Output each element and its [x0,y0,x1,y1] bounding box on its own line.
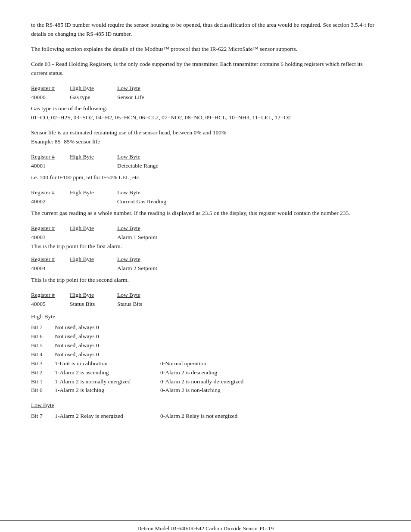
bit-col2: 1-Alarm 2 is ascending [55,368,160,377]
sensorlife-section: Sensor life is an estimated remaining us… [31,128,380,146]
bit-col3 [160,341,272,350]
high-byte-heading: High Byte [31,312,380,321]
high-byte-section: High Byte Bit 7Not used, always 0Bit 6No… [31,312,380,395]
low-1: Detectable Range [117,162,203,171]
gastype-values: 01=CO, 02=H2S, 03=SO2, 04=H2, 05=HCN, 06… [31,113,380,122]
paragraph-3: Code 03 - Read Holding Registers, is the… [31,60,380,78]
bit-col3: 0-Alarm 2 Relay is not energized [160,412,272,421]
bit-col2: Not used, always 0 [55,332,160,341]
reg-0: 40000 [31,93,70,102]
table-1-header-row: Register # High Byte Low Byte [31,152,380,162]
col-reg-header-4: Register # [31,255,70,264]
low-2: Current Gas Reading [117,197,203,206]
table-5: Register # High Byte Low Byte 40005 Stat… [31,291,380,309]
reg-5: 40005 [31,300,70,309]
gastype-label: Gas type is one of the following: [31,104,380,113]
gasreading-note: The current gas reading as a whole numbe… [31,209,380,218]
footer-text: Detcon Model IR-640/IR-642 Carbon Dioxid… [137,525,274,532]
high-5: Status Bits [70,300,117,309]
gastype-section: Gas type is one of the following: 01=CO,… [31,104,380,122]
bit-row: Bit 11-Alarm 2 is normally energized0-Al… [31,377,380,386]
high-1 [70,162,117,171]
bit-col3: 0-Alarm 2 is non-latching [160,386,272,395]
gasreading-note-text: The current gas reading as a whole numbe… [31,210,350,216]
table-0: Register # High Byte Low Byte 40000 Gas … [31,84,380,102]
bit-col2: Not used, always 0 [55,350,160,359]
col-high-header-2: High Byte [70,188,117,197]
table-5-header-row: Register # High Byte Low Byte [31,291,380,300]
col-high-header-4: High Byte [70,255,117,264]
low-3: Alarm 1 Setpoint [117,233,203,242]
table-5-data-row: 40005 Status Bits Status Bits [31,300,380,309]
high-0: Gas type [70,93,117,102]
table-3-data-row: 40003 Alarm 1 Setpoint [31,233,380,242]
sensorlife-example: Example: 85=85% sensor life [31,137,380,146]
table-3: Register # High Byte Low Byte 40003 Alar… [31,224,380,251]
col-high-header-1: High Byte [70,152,117,162]
low-0: Sensor Life [117,93,203,102]
detectable-note: i.e. 100 for 0-100 ppm, 50 for 0-50% LEL… [31,173,380,182]
table-2-data-row: 40002 Current Gas Reading [31,197,380,206]
bit-col2: Not used, always 0 [55,323,160,332]
alarm1-note-text: This is the trip point for the first ala… [31,242,122,251]
alarm2-note: This is the trip point for the second al… [31,276,380,285]
low-5: Status Bits [117,300,203,309]
col-reg-header-2: Register # [31,188,70,197]
col-high-header-0: High Byte [70,84,117,93]
col-low-header-4: Low Byte [117,255,203,264]
bit-row: Bit 5Not used, always 0 [31,341,380,350]
alarm2-note-text: This is the trip point for the second al… [31,277,129,283]
para1-text: to the RS-485 ID number would require th… [31,22,374,37]
bit-row: Bit 4Not used, always 0 [31,350,380,359]
low-byte-heading: Low Byte [31,401,380,410]
bit-label: Bit 2 [31,368,55,377]
col-high-header-5: High Byte [70,291,117,300]
bit-col2: 1-Unit is in calibration [55,359,160,368]
table-3-note-row: This is the trip point for the first ala… [31,242,380,251]
bits-low-table: Bit 71-Alarm 2 Relay is energized0-Alarm… [31,412,380,421]
low-byte-section: Low Byte Bit 71-Alarm 2 Relay is energiz… [31,401,380,421]
table-0-header-row: Register # High Byte Low Byte [31,84,380,93]
bit-label: Bit 1 [31,377,55,386]
reg-2: 40002 [31,197,70,206]
low-4: Alarm 2 Setpoint [117,264,203,273]
bit-label: Bit 7 [31,323,55,332]
paragraph-2: The following section explains the detai… [31,45,380,54]
para2-text: The following section explains the detai… [31,46,297,52]
bit-row: Bit 21-Alarm 2 is ascending0-Alarm 2 is … [31,368,380,377]
detectable-note-text: i.e. 100 for 0-100 ppm, 50 for 0-50% LEL… [31,174,140,180]
table-4-data-row: 40004 Alarm 2 Setpoint [31,264,380,273]
bit-col3: 0-Normal operation [160,359,272,368]
bit-row: Bit 01-Alarm 2 is latching0-Alarm 2 is n… [31,386,380,395]
bit-col2: 1-Alarm 2 is normally energized [55,377,160,386]
bit-col3: 0-Alarm 2 is normally de-energized [160,377,272,386]
bits-high-table: Bit 7Not used, always 0Bit 6Not used, al… [31,323,380,395]
bit-row: Bit 6Not used, always 0 [31,332,380,341]
bit-col2: 1-Alarm 2 Relay is energized [55,412,160,421]
bit-label: Bit 7 [31,412,55,421]
para3-text: Code 03 - Read Holding Registers, is the… [31,61,363,76]
bit-label: Bit 3 [31,359,55,368]
bit-row: Bit 71-Alarm 2 Relay is energized0-Alarm… [31,412,380,421]
footer: Detcon Model IR-640/IR-642 Carbon Dioxid… [0,520,411,532]
col-reg-header-1: Register # [31,152,70,162]
high-2 [70,197,117,206]
bit-label: Bit 5 [31,341,55,350]
bit-col3: 0-Alarm 2 is descending [160,368,272,377]
col-reg-header-3: Register # [31,224,70,233]
paragraph-1: to the RS-485 ID number would require th… [31,21,380,39]
bit-col3 [160,350,272,359]
table-4-header-row: Register # High Byte Low Byte [31,255,380,264]
bit-label: Bit 0 [31,386,55,395]
table-0-data-row: 40000 Gas type Sensor Life [31,93,380,102]
bit-col3 [160,323,272,332]
bit-row: Bit 7Not used, always 0 [31,323,380,332]
col-low-header-5: Low Byte [117,291,203,300]
table-1: Register # High Byte Low Byte 40001 Dete… [31,152,380,171]
table-3-header-row: Register # High Byte Low Byte [31,224,380,233]
bit-col2: 1-Alarm 2 is latching [55,386,160,395]
reg-3: 40003 [31,233,70,242]
col-reg-header-0: Register # [31,84,70,93]
col-low-header-3: Low Byte [117,224,203,233]
col-reg-header-5: Register # [31,291,70,300]
